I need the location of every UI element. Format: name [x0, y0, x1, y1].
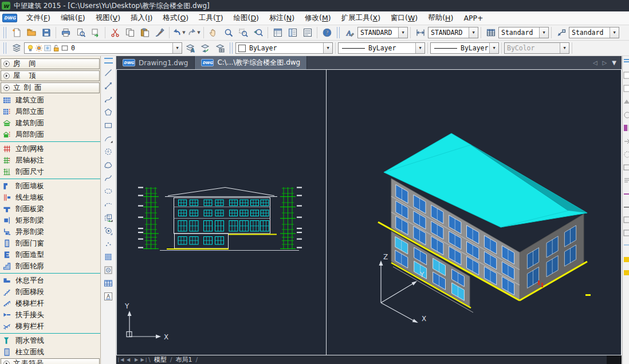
palette-group-立剖面[interactable]: 立 剖 面: [1, 82, 100, 93]
combo-arrow-icon[interactable]: ▼: [172, 43, 182, 53]
palette-item-立剖网格[interactable]: 立剖网格: [0, 143, 100, 155]
new-file-button[interactable]: [9, 26, 23, 39]
layer-states-button[interactable]: A: [183, 42, 197, 55]
palette-item-建筑剖面[interactable]: 建筑剖面: [0, 117, 100, 129]
print-button[interactable]: [58, 26, 73, 39]
lineweight-combo[interactable]: ByLayer▼: [430, 42, 499, 54]
copy-button[interactable]: [123, 26, 137, 39]
toolbar-grip[interactable]: [104, 58, 113, 64]
construction-line-tool-button[interactable]: [102, 79, 115, 92]
mleader-style-button[interactable]: [554, 26, 568, 39]
linetype-combo[interactable]: ByLayer▼: [338, 42, 425, 54]
menu-item-M[interactable]: 修改(M): [300, 11, 336, 25]
collapse-arrow-icon[interactable]: [3, 72, 10, 80]
document-tab[interactable]: DWGDrawing1.dwg: [116, 56, 195, 69]
table-style-combo[interactable]: Standard▼: [498, 27, 549, 38]
layout-tab-布局1[interactable]: 布局1: [172, 355, 195, 364]
palette-item-矩形剖梁[interactable]: 矩形剖梁: [0, 215, 100, 226]
palette-item-剖面梯段[interactable]: 剖面梯段: [0, 286, 100, 298]
toolbar-grip[interactable]: [3, 27, 6, 38]
menu-item-T[interactable]: 工具(T): [194, 11, 228, 25]
menu-item-V[interactable]: 视图(V): [91, 11, 125, 25]
palette-group-文表符号[interactable]: 文表符号: [1, 358, 100, 364]
next-layout-icon[interactable]: ▶: [132, 355, 140, 364]
revision-cloud-tool-button[interactable]: [102, 158, 115, 171]
toolbar-grip[interactable]: [337, 27, 340, 38]
make-block-tool-button[interactable]: [102, 224, 115, 237]
clipped-toolbar-icon[interactable]: [623, 176, 629, 184]
palette-item-雨水管线[interactable]: 雨水管线: [0, 335, 100, 346]
circle-tool-button[interactable]: [102, 145, 115, 158]
clipped-toolbar-icon[interactable]: [623, 97, 629, 105]
rectangle-tool-button[interactable]: [102, 118, 115, 132]
menu-item-F[interactable]: 文件(F): [21, 11, 56, 25]
clipped-toolbar-icon[interactable]: [623, 58, 629, 66]
palette-group-屋顶[interactable]: 屋 顶: [1, 70, 100, 81]
collapse-arrow-icon[interactable]: [3, 360, 10, 364]
text-tool-button[interactable]: A: [102, 290, 115, 303]
menu-item-X[interactable]: 扩展工具(X): [336, 11, 386, 25]
spline-tool-button[interactable]: [102, 171, 115, 184]
menu-item-N[interactable]: 标注(N): [264, 11, 300, 25]
toolbar-grip[interactable]: [3, 42, 6, 54]
combo-arrow-icon[interactable]: ▼: [398, 27, 407, 38]
zoom-previous-button[interactable]: [251, 26, 265, 39]
print-preview-button[interactable]: [73, 26, 88, 39]
palette-item-梯剪栏杆[interactable]: 梯剪栏杆: [0, 321, 100, 332]
cut-button[interactable]: [108, 26, 122, 39]
undo-button[interactable]: ▼: [172, 26, 186, 39]
layer-previous-button[interactable]: [198, 42, 212, 55]
palette-item-楼梯栏杆[interactable]: 楼梯栏杆: [0, 298, 100, 309]
layer-combo[interactable]: 0▼: [24, 42, 182, 54]
palette-item-剖面门窗[interactable]: 剖面门窗: [0, 238, 100, 249]
palette-item-线生墙板[interactable]: 线生墙板: [0, 192, 100, 203]
menu-item-O[interactable]: 格式(O): [158, 11, 194, 25]
text-style-button[interactable]: A: [343, 26, 357, 39]
donut-tool-button[interactable]: [102, 263, 115, 276]
polygon-tool-button[interactable]: [102, 105, 115, 118]
redo-button[interactable]: ▼: [187, 26, 201, 39]
palette-group-房间[interactable]: 房 间: [1, 58, 100, 69]
combo-arrow-icon[interactable]: ▼: [489, 43, 498, 53]
prev-layout-icon[interactable]: ◀: [124, 355, 132, 364]
palette-item-柱立面线[interactable]: 柱立面线: [0, 346, 100, 358]
combo-arrow-icon[interactable]: ▼: [610, 27, 619, 38]
first-layout-icon[interactable]: ❘◀: [116, 355, 124, 364]
palette-item-剖面轮廓[interactable]: 剖面轮廓: [0, 260, 100, 272]
clipped-toolbar-icon[interactable]: [623, 150, 629, 158]
clipped-toolbar-icon[interactable]: [623, 242, 629, 250]
mleader-style-combo[interactable]: Standard▼: [569, 27, 619, 38]
palette-item-剖面板梁[interactable]: 剖面板梁: [0, 203, 100, 215]
palette-item-异形剖梁[interactable]: 异形剖梁: [0, 226, 100, 238]
tab-list-dropdown-icon[interactable]: ▼: [612, 60, 616, 66]
sheet-set-button[interactable]: [300, 26, 314, 39]
palette-item-层轴标注[interactable]: 层轴标注: [0, 155, 100, 166]
clipped-toolbar-icon[interactable]: [623, 71, 629, 79]
combo-arrow-icon[interactable]: ▼: [323, 43, 332, 53]
layer-manager-button[interactable]: [9, 42, 23, 55]
polyline-tool-button[interactable]: [102, 92, 115, 105]
palette-item-建筑立面[interactable]: 建筑立面: [0, 94, 100, 106]
dropdown-caret-icon[interactable]: ▼: [197, 30, 200, 35]
hatch-tool-button[interactable]: [102, 250, 115, 263]
point-tool-button[interactable]: [102, 237, 115, 250]
tab-scroll-left-icon[interactable]: ◁: [593, 60, 597, 66]
table-tool-button[interactable]: [102, 276, 115, 290]
pan-button[interactable]: [206, 26, 221, 39]
drawing-canvas[interactable]: Y X Z Y X: [116, 69, 622, 355]
menu-item-E[interactable]: 编辑(E): [56, 11, 91, 25]
ellipse-arc-tool-button[interactable]: [102, 197, 115, 211]
clipped-toolbar-icon[interactable]: [623, 268, 629, 276]
color-combo[interactable]: ByLayer▼: [235, 42, 333, 54]
combo-arrow-icon[interactable]: ▼: [415, 43, 424, 53]
design-center-button[interactable]: [285, 26, 300, 39]
clipped-toolbar-icon[interactable]: [623, 189, 629, 197]
publish-button[interactable]: [88, 26, 103, 39]
palette-item-局部剖面[interactable]: 局部剖面: [0, 129, 100, 140]
clipped-toolbar-icon[interactable]: [623, 137, 629, 145]
line-tool-button[interactable]: [102, 66, 115, 79]
palette-item-局部立面[interactable]: 局部立面: [0, 106, 100, 117]
combo-arrow-icon[interactable]: ▼: [469, 27, 478, 38]
layout-tab-模型[interactable]: 模型: [151, 355, 170, 364]
last-layout-icon[interactable]: ▶❘: [140, 355, 148, 364]
